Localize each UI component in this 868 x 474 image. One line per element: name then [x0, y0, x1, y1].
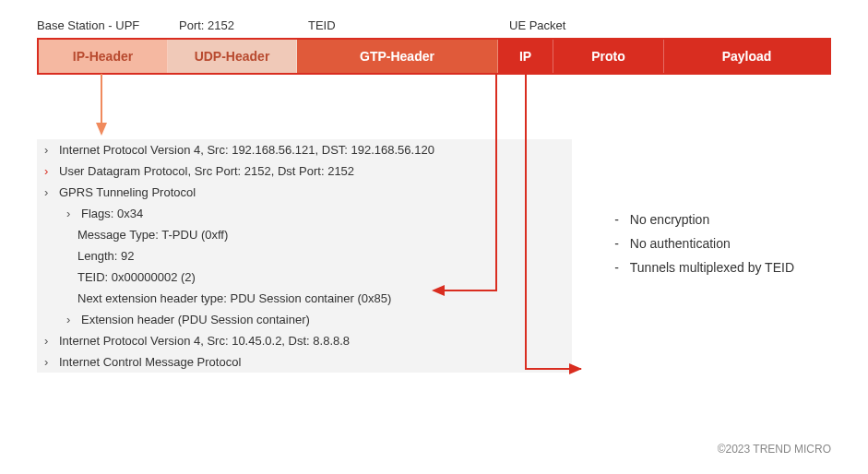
dissect-length: Length: 92	[37, 245, 572, 267]
dissect-text: Extension header (PDU Session container)	[81, 313, 310, 326]
dissect-text: TEID: 0x00000002 (2)	[77, 270, 196, 284]
dissect-text: Internet Control Message Protocol	[59, 355, 241, 369]
label-base-upf: Base Station - UPF	[37, 18, 166, 32]
header-labels-row: Base Station - UPF Port: 2152 TEID UE Pa…	[37, 18, 831, 32]
packet-dissection: ›Internet Protocol Version 4, Src: 192.1…	[37, 139, 572, 373]
segment-gtp-header: GTP-Header	[297, 40, 498, 73]
label-teid: TEID	[295, 18, 496, 32]
notes-list: No encryption No authentication Tunnels …	[614, 212, 794, 284]
dissect-text: GPRS Tunneling Protocol	[59, 185, 196, 199]
note-item: No encryption	[614, 212, 794, 227]
dissect-text: Internet Protocol Version 4, Src: 10.45.…	[59, 334, 350, 348]
chevron-icon: ›	[44, 185, 54, 199]
chevron-icon: ›	[66, 207, 76, 220]
segment-ip-inner: IP	[498, 40, 553, 73]
segment-proto: Proto	[553, 40, 664, 73]
dissect-msg-type: Message Type: T-PDU (0xff)	[37, 224, 572, 245]
dissect-text: Length: 92	[77, 249, 134, 263]
dissect-flags: ›Flags: 0x34	[37, 203, 572, 224]
dissect-text: Flags: 0x34	[81, 207, 143, 220]
dissect-gtp: ›GPRS Tunneling Protocol	[37, 182, 572, 203]
chevron-icon: ›	[44, 164, 54, 178]
chevron-icon: ›	[66, 313, 76, 326]
note-item: Tunnels multiplexed by TEID	[614, 260, 794, 275]
chevron-icon: ›	[44, 143, 54, 157]
dissect-next-ext: Next extension header type: PDU Session …	[37, 288, 572, 309]
segment-payload: Payload	[664, 40, 829, 73]
segment-udp-header: UDP-Header	[168, 40, 297, 73]
chevron-icon: ›	[44, 355, 54, 369]
label-ue-packet: UE Packet	[496, 18, 565, 32]
dissect-ipv4-inner: ›Internet Protocol Version 4, Src: 10.45…	[37, 330, 572, 351]
dissect-text: Internet Protocol Version 4, Src: 192.16…	[59, 143, 434, 157]
dissect-teid: TEID: 0x00000002 (2)	[37, 267, 572, 288]
dissect-ipv4-outer: ›Internet Protocol Version 4, Src: 192.1…	[37, 139, 572, 160]
label-port: Port: 2152	[166, 18, 295, 32]
dissect-ext-hdr: ›Extension header (PDU Session container…	[37, 309, 572, 330]
copyright-footer: ©2023 TREND MICRO	[718, 443, 831, 456]
dissect-text: Next extension header type: PDU Session …	[77, 291, 391, 305]
packet-structure: IP-Header UDP-Header GTP-Header IP Proto…	[37, 38, 831, 75]
dissect-icmp: ›Internet Control Message Protocol	[37, 351, 572, 373]
dissect-text: User Datagram Protocol, Src Port: 2152, …	[59, 164, 354, 178]
chevron-icon: ›	[44, 334, 54, 348]
note-item: No authentication	[614, 236, 794, 251]
dissect-text: Message Type: T-PDU (0xff)	[77, 228, 228, 242]
segment-ip-header-outer: IP-Header	[39, 40, 168, 73]
dissect-udp: ›User Datagram Protocol, Src Port: 2152,…	[37, 160, 572, 182]
